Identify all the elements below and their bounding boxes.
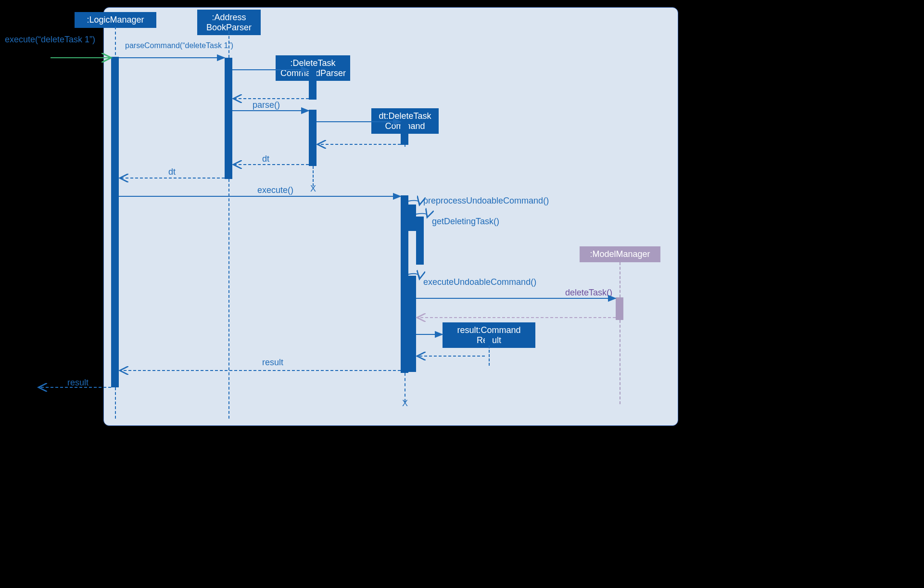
activation-dtcp-2 xyxy=(309,110,316,166)
activation-dtc-execute xyxy=(401,195,408,373)
activation-mm xyxy=(616,297,623,320)
participant-model-manager: :ModelManager xyxy=(580,246,660,262)
lifeline-abp-bottom xyxy=(228,179,229,419)
msg-parse-command: parseCommand(“deleteTask 1”) xyxy=(125,41,233,50)
msg-execute-undoable: executeUndoableCommand() xyxy=(423,277,536,287)
activation-abp xyxy=(225,58,232,179)
msg-execute-cmd: execute(“deleteTask 1”) xyxy=(5,35,95,45)
sequence-diagram-frame xyxy=(103,7,678,426)
msg-preprocess: preprocessUndoableCommand() xyxy=(423,196,549,206)
activation-dtc-execundo xyxy=(408,276,416,372)
lifeline-mm-top xyxy=(620,262,620,297)
msg-dt-return1: dt xyxy=(262,154,269,164)
activation-dtc-create xyxy=(401,122,408,145)
activation-dtc-getdeleting xyxy=(416,217,424,265)
msg-result-return: result xyxy=(262,358,283,368)
msg-delete-task: deleteTask() xyxy=(565,288,612,298)
msg-get-deleting: getDeletingTask() xyxy=(432,217,499,227)
termination-x-dtc: X xyxy=(402,398,408,409)
participant-logic-manager: :LogicManager xyxy=(75,12,156,28)
lifeline-mm-bottom xyxy=(620,320,620,404)
msg-dt-return2: dt xyxy=(168,167,176,177)
lifeline-cr xyxy=(489,345,490,366)
lifeline-logic-manager-bottom xyxy=(115,387,116,419)
activation-cr xyxy=(485,334,493,345)
activation-dtc-preprocess xyxy=(408,205,416,231)
msg-result-out: result xyxy=(67,378,89,388)
lifeline-logic-manager-top xyxy=(115,26,116,60)
msg-execute: execute() xyxy=(257,185,293,195)
activation-logic-manager xyxy=(111,57,119,387)
lifeline-dtc-bottom xyxy=(405,373,405,402)
activation-dtcp-1 xyxy=(309,70,316,100)
msg-parse: parse() xyxy=(253,100,280,110)
termination-x-dtcp: X xyxy=(310,184,316,194)
